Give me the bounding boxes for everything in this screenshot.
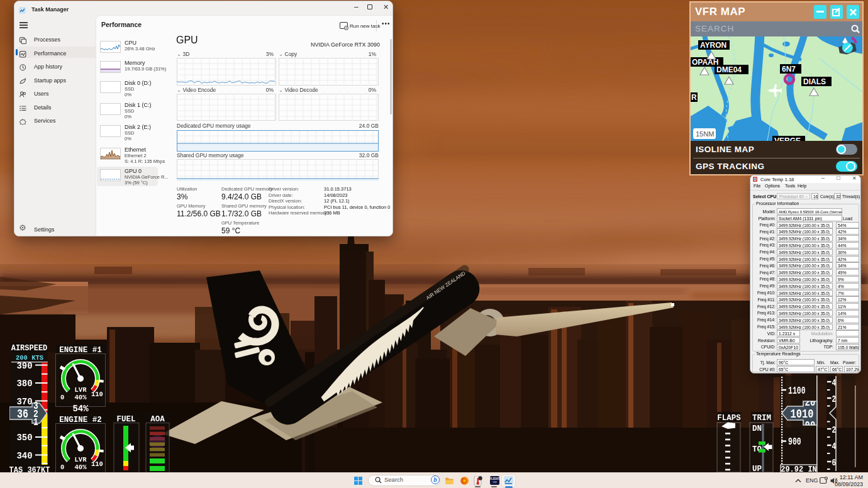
svg-text:900: 900 [788, 436, 801, 448]
svg-text:380: 380 [16, 379, 32, 389]
svg-text:LVR: LVR [75, 456, 87, 463]
svg-text:4: 4 [832, 378, 837, 389]
svg-text:54%: 54% [72, 404, 89, 414]
svg-text:110: 110 [91, 460, 103, 468]
svg-text:340: 340 [16, 451, 32, 461]
svg-text:6N7: 6N7 [782, 65, 796, 74]
svg-text:FLAPS: FLAPS [717, 414, 741, 423]
svg-text:DME04: DME04 [716, 65, 742, 74]
svg-text:DN: DN [752, 424, 762, 433]
svg-text:VERGE: VERGE [774, 136, 801, 141]
svg-text:ENGINE #1: ENGINE #1 [59, 346, 102, 355]
svg-text:40%: 40% [75, 463, 87, 471]
svg-text:TRIM: TRIM [752, 414, 771, 423]
svg-text:350: 350 [16, 433, 32, 443]
svg-text:110: 110 [91, 391, 103, 398]
svg-text:40%: 40% [75, 394, 87, 401]
svg-text:4: 4 [832, 441, 837, 452]
svg-text:2: 2 [832, 425, 837, 436]
svg-text:6: 6 [832, 458, 837, 469]
svg-text:ENGINE #2: ENGINE #2 [59, 416, 102, 424]
svg-text:390: 390 [16, 361, 32, 371]
svg-text:FUEL: FUEL [116, 415, 135, 424]
svg-text:LVR: LVR [75, 386, 87, 394]
svg-text:AOA: AOA [150, 415, 165, 424]
svg-text:AIRSPEED: AIRSPEED [11, 344, 48, 353]
svg-text:0: 0 [60, 394, 64, 401]
svg-text:SIM: SIM [492, 481, 496, 484]
svg-text:370: 370 [16, 397, 32, 407]
svg-text:FLIGHT: FLIGHT [490, 477, 499, 480]
svg-text:AYRON: AYRON [700, 41, 726, 50]
svg-text:DIALS: DIALS [803, 77, 826, 86]
svg-text:2: 2 [832, 394, 837, 405]
svg-text:0: 0 [60, 463, 64, 471]
svg-text:1100: 1100 [788, 385, 806, 397]
svg-text:15NM: 15NM [696, 130, 714, 138]
svg-text:36: 36 [17, 407, 28, 421]
svg-text:R: R [691, 93, 697, 102]
